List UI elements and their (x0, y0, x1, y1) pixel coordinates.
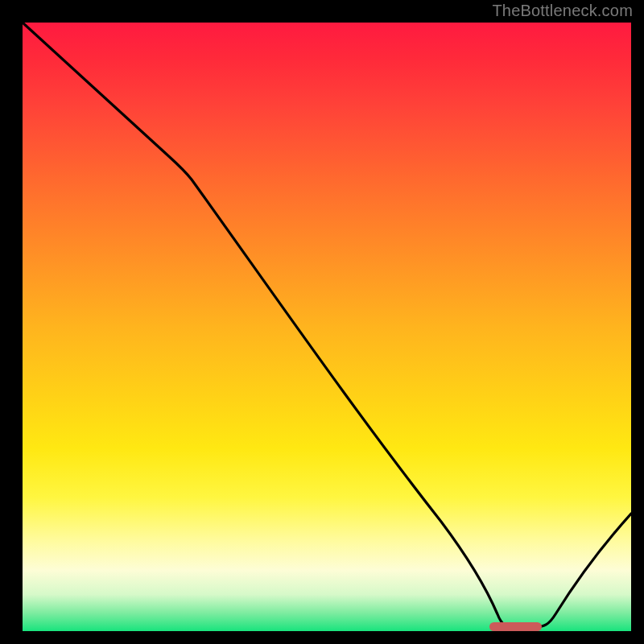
plot-area (23, 23, 631, 631)
optimal-range-marker (489, 622, 542, 631)
curve-layer (23, 23, 631, 631)
watermark-text: TheBottleneck.com (492, 2, 633, 20)
bottleneck-curve (23, 23, 631, 627)
chart-frame: TheBottleneck.com (0, 0, 644, 644)
